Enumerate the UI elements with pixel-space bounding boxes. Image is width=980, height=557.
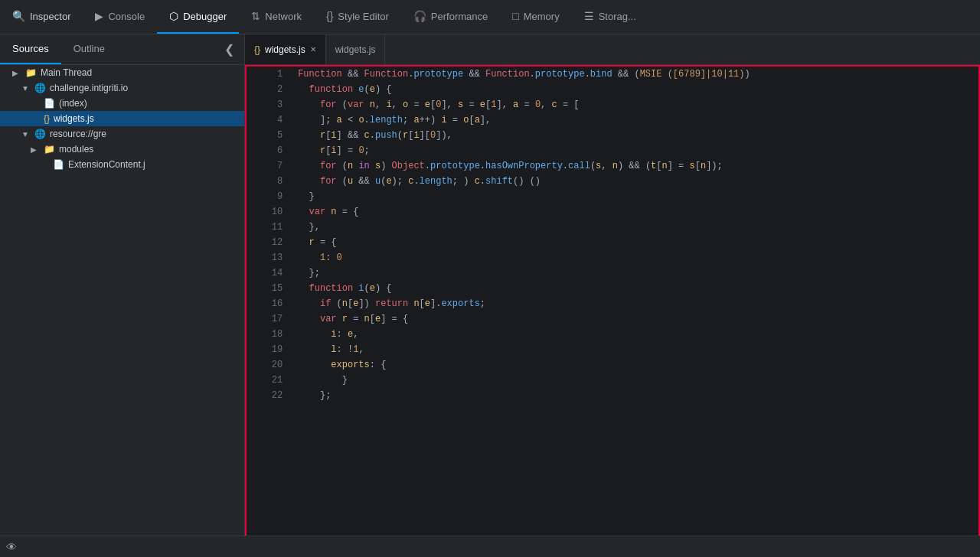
line-code-11: }, — [292, 220, 978, 235]
line-num-19: 19 — [247, 342, 292, 357]
tab-storage[interactable]: ☰ Storag... — [572, 0, 648, 34]
line-num-5: 5 — [247, 128, 292, 143]
sidebar-outline-label: Outline — [74, 43, 105, 54]
tree-label-index: (index) — [59, 98, 87, 109]
line-num-10: 10 — [247, 204, 292, 220]
code-line-13: 13 1: 0 — [247, 250, 978, 265]
toolbar: 🔍 Inspector ▶ Console ⬡ Debugger ⇅ Netwo… — [0, 0, 980, 34]
line-code-10: var n = { — [292, 204, 978, 220]
tree-item-widgets-js[interactable]: ▶ {} widgets.js — [0, 111, 244, 126]
sidebar-header: Sources Outline ❮ — [0, 34, 245, 64]
arrow-modules: ▶ — [31, 145, 40, 154]
code-line-18: 18 i: e, — [247, 327, 978, 342]
line-code-13: 1: 0 — [292, 250, 978, 265]
code-line-16: 16 if (n[e]) return n[e].exports; — [247, 296, 978, 311]
tab-network[interactable]: ⇅ Network — [239, 0, 314, 34]
arrow-challenge: ▼ — [21, 84, 31, 93]
code-line-3: 3 for (var n, i, o = e[0], s = e[1], a =… — [247, 97, 978, 112]
line-code-15: function i(e) { — [292, 281, 978, 296]
main-area: ▶ 📁 Main Thread ▼ 🌐 challenge.intigriti.… — [0, 65, 980, 557]
code-line-19: 19 l: !1, — [247, 342, 978, 357]
line-code-3: for (var n, i, o = e[0], s = e[1], a = 0… — [292, 97, 978, 112]
tab-debugger[interactable]: ⬡ Debugger — [157, 0, 239, 34]
file-icon-extension: 📄 — [53, 159, 64, 170]
file-tab-label-2: widgets.js — [335, 44, 376, 55]
line-code-4: ]; a < o.length; a++) i = o[a], — [292, 112, 978, 128]
code-line-7: 7 for (n in s) Object.prototype.hasOwnPr… — [247, 158, 978, 174]
line-num-16: 16 — [247, 296, 292, 311]
tab-performance-label: Performance — [431, 11, 488, 22]
network-icon: ⇅ — [251, 10, 260, 22]
tab-inspector[interactable]: 🔍 Inspector — [0, 0, 83, 34]
tab-console[interactable]: ▶ Console — [83, 0, 157, 34]
source-tree: ▶ 📁 Main Thread ▼ 🌐 challenge.intigriti.… — [0, 65, 245, 557]
tree-label-resource: resource://gre — [50, 129, 106, 139]
second-bar: Sources Outline ❮ {} widgets.js ✕ widget… — [0, 34, 980, 65]
file-tabs: {} widgets.js ✕ widgets.js — [245, 34, 980, 64]
code-line-11: 11 }, — [247, 220, 978, 235]
tree-label-challenge: challenge.intigriti.io — [50, 83, 128, 93]
tab-network-label: Network — [265, 11, 302, 22]
code-editor: 1 Function && Function.prototype && Func… — [245, 65, 980, 557]
code-line-2: 2 function e(e) { — [247, 82, 978, 97]
line-code-2: function e(e) { — [292, 82, 978, 97]
file-tab-icon-1: {} — [254, 44, 260, 55]
line-code-20: exports: { — [292, 357, 978, 373]
code-line-1: 1 Function && Function.prototype && Func… — [247, 67, 978, 82]
tab-style-editor[interactable]: {} Style Editor — [314, 0, 401, 34]
line-code-21: } — [292, 373, 978, 388]
line-num-20: 20 — [247, 357, 292, 373]
line-code-18: i: e, — [292, 327, 978, 342]
line-code-8: for (u && u(e); c.length; ) c.shift() () — [292, 174, 978, 189]
tree-item-challenge[interactable]: ▼ 🌐 challenge.intigriti.io — [0, 80, 244, 96]
line-code-5: r[i] && c.push(r[i][0]), — [292, 128, 978, 143]
tab-inspector-label: Inspector — [30, 11, 70, 22]
line-num-4: 4 — [247, 112, 292, 128]
tree-label-extension: ExtensionContent.j — [68, 159, 145, 170]
code-line-5: 5 r[i] && c.push(r[i][0]), — [247, 128, 978, 143]
globe-icon-resource: 🌐 — [34, 129, 46, 139]
tree-item-modules[interactable]: ▶ 📁 modules — [0, 142, 244, 157]
line-code-16: if (n[e]) return n[e].exports; — [292, 296, 978, 311]
tab-style-editor-label: Style Editor — [338, 11, 388, 22]
line-num-9: 9 — [247, 189, 292, 204]
file-tab-widgets-js-2[interactable]: widgets.js — [326, 34, 386, 64]
tab-console-label: Console — [108, 11, 145, 22]
tab-performance[interactable]: 🎧 Performance — [401, 0, 500, 34]
line-code-12: r = { — [292, 235, 978, 250]
sidebar-tab-outline[interactable]: Outline — [61, 34, 117, 64]
line-num-18: 18 — [247, 327, 292, 342]
line-num-22: 22 — [247, 388, 292, 403]
tree-item-index[interactable]: ▶ 📄 (index) — [0, 96, 244, 111]
line-code-9: } — [292, 189, 978, 204]
file-tab-close-1[interactable]: ✕ — [310, 45, 316, 54]
sidebar-collapse-button[interactable]: ❮ — [217, 34, 241, 64]
code-scroll-area[interactable]: 1 Function && Function.prototype && Func… — [247, 67, 978, 555]
sidebar-tab-sources[interactable]: Sources — [0, 34, 61, 64]
line-code-7: for (n in s) Object.prototype.hasOwnProp… — [292, 158, 978, 174]
line-num-12: 12 — [247, 235, 292, 250]
bottom-bar: 👁 — [0, 536, 980, 557]
tree-item-extension[interactable]: ▶ 📄 ExtensionContent.j — [0, 157, 244, 172]
code-line-6: 6 r[i] = 0; — [247, 143, 978, 158]
file-tab-widgets-js-active[interactable]: {} widgets.js ✕ — [245, 34, 326, 64]
folder-icon-modules: 📁 — [44, 144, 55, 155]
arrow-main-thread: ▶ — [12, 69, 21, 77]
globe-icon-challenge: 🌐 — [34, 83, 46, 93]
tree-item-main-thread[interactable]: ▶ 📁 Main Thread — [0, 65, 244, 80]
debugger-icon: ⬡ — [169, 10, 178, 22]
line-num-13: 13 — [247, 250, 292, 265]
code-line-20: 20 exports: { — [247, 357, 978, 373]
line-code-14: }; — [292, 265, 978, 281]
tab-debugger-label: Debugger — [183, 11, 227, 22]
line-num-8: 8 — [247, 174, 292, 189]
line-num-11: 11 — [247, 220, 292, 235]
line-num-3: 3 — [247, 97, 292, 112]
folder-icon-main-thread: 📁 — [25, 67, 37, 78]
line-num-1: 1 — [247, 67, 292, 82]
tab-memory[interactable]: □ Memory — [500, 0, 571, 34]
eye-icon[interactable]: 👁 — [6, 541, 17, 553]
performance-icon: 🎧 — [413, 10, 426, 22]
code-line-14: 14 }; — [247, 265, 978, 281]
tree-item-resource[interactable]: ▼ 🌐 resource://gre — [0, 126, 244, 142]
